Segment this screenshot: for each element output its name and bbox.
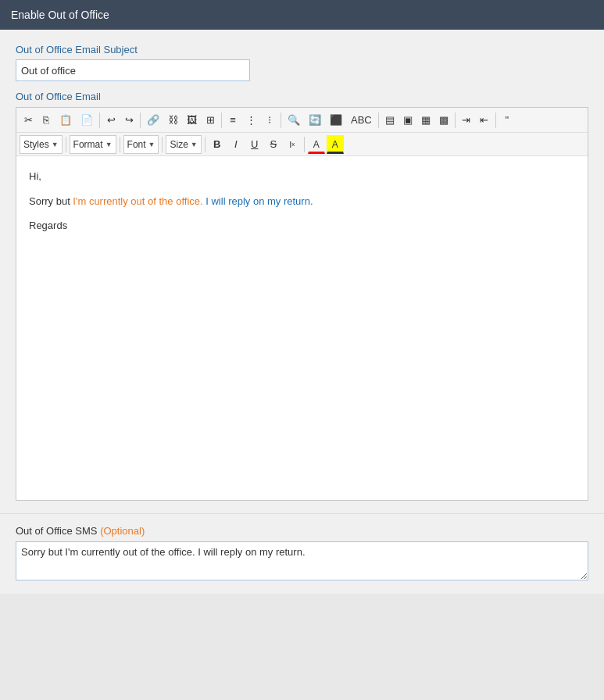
format-label: Format [73,139,103,150]
cut-button[interactable]: ✂ [20,111,37,130]
sep3 [221,112,222,128]
editor-blue-text: I will reply on my return. [206,195,313,207]
outdent-button[interactable]: ⇤ [476,111,493,130]
ordered-list-button[interactable]: ⋮ [242,111,260,130]
spell-button[interactable]: ABC [347,111,376,130]
bold-button[interactable]: B [209,135,226,154]
highlight-button[interactable]: A [327,135,344,154]
unlink-button[interactable]: ⛓ [164,111,182,130]
font-arrow-icon: ▼ [148,141,155,148]
block-button[interactable]: ⬛ [326,111,346,130]
styles-label: Styles [23,139,49,150]
paste-plain-button[interactable]: 📄 [77,111,97,130]
main-content: Out of Office Email Subject Out of Offic… [0,30,604,513]
font-label: Font [127,139,146,150]
paste-button[interactable]: 📋 [55,111,76,130]
sep12 [304,137,305,152]
page-title: Enable Out of Office [11,9,109,21]
editor-orange-text: I'm currently out of the office. [73,195,202,207]
sms-textarea[interactable]: Sorry but I'm currently out of the offic… [16,541,588,580]
redo-button[interactable]: ↪ [120,111,138,130]
email-label: Out of Office Email [16,91,588,102]
unordered-list-button[interactable]: ⁝ [261,111,278,130]
format-dropdown[interactable]: Format ▼ [70,135,116,154]
indent-button[interactable]: ⇥ [458,111,475,130]
subject-label: Out of Office Email Subject [16,44,588,55]
editor-line1: Hi, [29,169,575,184]
quote-button[interactable]: " [499,111,516,130]
align-left-button[interactable]: ≡ [224,111,241,130]
sms-label-optional: (Optional) [100,525,145,537]
editor-line2: Sorry but I'm currently out of the offic… [29,194,575,209]
align-center-button[interactable]: ▣ [399,111,416,130]
size-dropdown[interactable]: Size ▼ [166,135,201,154]
sms-section: Out of Office SMS (Optional) Sorry but I… [0,513,604,594]
styles-dropdown[interactable]: Styles ▼ [20,135,63,154]
image-button[interactable]: 🖼 [183,111,201,130]
sms-label: Out of Office SMS (Optional) [16,525,588,537]
copy-button[interactable]: ⎘ [38,111,55,130]
size-label: Size [170,139,188,150]
sep2 [140,112,141,128]
styles-arrow-icon: ▼ [52,141,59,148]
email-editor-wrapper: ✂ ⎘ 📋 📄 ↩ ↪ 🔗 ⛓ 🖼 ⊞ ≡ ⋮ ⁝ 🔍 🔄 ⬛ ABC ▤ ▣ … [16,107,588,501]
sep6 [455,112,456,128]
link-button[interactable]: 🔗 [143,111,163,130]
strikethrough-button[interactable]: S [265,135,282,154]
align-right-button[interactable]: ▦ [417,111,434,130]
clear-format-button[interactable]: Ix [284,135,301,154]
subject-input[interactable] [16,59,250,81]
toolbar-row1: ✂ ⎘ 📋 📄 ↩ ↪ 🔗 ⛓ 🖼 ⊞ ≡ ⋮ ⁝ 🔍 🔄 ⬛ ABC ▤ ▣ … [16,108,588,133]
underline-button[interactable]: U [246,135,263,154]
sms-label-black: Out of Office SMS [16,525,98,537]
page-header: Enable Out of Office [0,0,604,30]
italic-button[interactable]: I [227,135,245,154]
size-arrow-icon: ▼ [191,141,198,148]
align-justify-button[interactable]: ▤ [381,111,398,130]
sep1 [99,112,100,128]
font-color-button[interactable]: A [308,135,325,154]
sep7 [495,112,496,128]
replace-button[interactable]: 🔄 [305,111,325,130]
sep5 [378,112,379,128]
search-button[interactable]: 🔍 [284,111,304,130]
sep9 [120,137,120,152]
sep8 [66,137,66,152]
sep11 [205,137,206,152]
table-button[interactable]: ⊞ [202,111,219,130]
undo-button[interactable]: ↩ [102,111,120,130]
editor-line3: Regards [29,218,575,234]
email-editor-body[interactable]: Hi, Sorry but I'm currently out of the o… [16,156,588,500]
sep4 [281,112,281,128]
align-full-button[interactable]: ▩ [435,111,452,130]
font-dropdown[interactable]: Font ▼ [123,135,159,154]
format-arrow-icon: ▼ [105,141,113,148]
sep10 [162,137,163,152]
toolbar-row2: Styles ▼ Format ▼ Font ▼ Size ▼ B I U S [16,133,588,156]
